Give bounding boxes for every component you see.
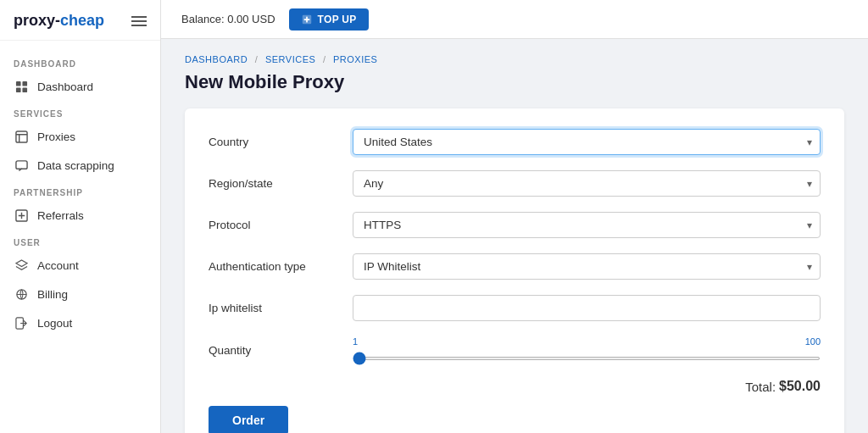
- globe-icon: [14, 286, 29, 302]
- total-amount: $50.00: [779, 379, 821, 394]
- protocol-select[interactable]: HTTPS HTTP SOCKS5: [353, 212, 821, 238]
- breadcrumb-dashboard[interactable]: DASHBOARD: [185, 54, 248, 64]
- sidebar-section-dashboard: DASHBOARD: [0, 51, 160, 72]
- logo-accent: cheap: [60, 12, 104, 29]
- breadcrumb-sep1: /: [255, 54, 261, 64]
- svg-rect-0: [15, 80, 20, 86]
- sidebar-item-data-scraping-label: Data scrapping: [37, 159, 114, 172]
- sidebar-item-referrals-label: Referrals: [37, 209, 84, 222]
- form-card: Country United States United Kingdom Ger…: [185, 108, 844, 433]
- breadcrumb-sep2: /: [323, 54, 329, 64]
- layers-icon: [14, 258, 29, 273]
- sidebar-nav: DASHBOARD Dashboard SERVICES Proxies Dat…: [0, 41, 160, 347]
- hamburger-menu[interactable]: [131, 16, 147, 26]
- chat-icon: [14, 158, 29, 173]
- sidebar-item-logout[interactable]: Logout: [0, 308, 160, 337]
- page-title: New Mobile Proxy: [185, 71, 844, 93]
- sidebar-item-data-scraping[interactable]: Data scrapping: [0, 151, 160, 180]
- svg-rect-4: [15, 130, 26, 142]
- region-select[interactable]: Any California New York Texas: [353, 170, 821, 197]
- sidebar-item-account[interactable]: Account: [0, 251, 160, 280]
- topbar: Balance: 0.00 USD TOP UP: [161, 0, 868, 39]
- quantity-label: Quantity: [209, 344, 353, 357]
- ip-whitelist-input[interactable]: [353, 295, 821, 321]
- total-label: Total:: [745, 380, 776, 394]
- ip-whitelist-label: Ip whitelist: [209, 302, 353, 314]
- box-icon: [14, 129, 29, 144]
- slider-max-label: 100: [805, 336, 821, 347]
- logo-text: proxy-cheap: [14, 12, 104, 30]
- sidebar-item-proxies-label: Proxies: [37, 130, 75, 143]
- sidebar-item-billing[interactable]: Billing: [0, 280, 160, 308]
- protocol-select-wrap: HTTPS HTTP SOCKS5 ▾: [353, 212, 821, 238]
- order-button[interactable]: Order: [209, 406, 288, 433]
- main-content: Balance: 0.00 USD TOP UP DASHBOARD / SER…: [161, 0, 868, 433]
- svg-rect-1: [22, 80, 27, 86]
- ip-whitelist-row: Ip whitelist: [209, 295, 821, 321]
- svg-rect-3: [22, 87, 27, 92]
- balance-display: Balance: 0.00 USD: [181, 13, 275, 25]
- sidebar-item-logout-label: Logout: [37, 317, 72, 330]
- topup-icon: [301, 14, 313, 25]
- breadcrumb: DASHBOARD / SERVICES / PROXIES: [185, 54, 844, 64]
- breadcrumb-proxies[interactable]: PROXIES: [333, 54, 377, 64]
- sidebar-item-proxies[interactable]: Proxies: [0, 122, 160, 151]
- protocol-label: Protocol: [209, 219, 353, 231]
- protocol-row: Protocol HTTPS HTTP SOCKS5 ▾: [209, 212, 821, 238]
- quantity-row: Quantity 1 100: [209, 336, 821, 364]
- topup-label: TOP UP: [318, 14, 357, 25]
- country-select[interactable]: United States United Kingdom Germany Fra…: [353, 129, 821, 155]
- logo-area: proxy-cheap: [0, 0, 160, 41]
- sidebar-section-user: USER: [0, 230, 160, 251]
- logout-icon: [14, 315, 29, 330]
- svg-rect-2: [15, 87, 20, 92]
- sidebar-item-referrals[interactable]: Referrals: [0, 201, 160, 230]
- region-label: Region/state: [209, 177, 353, 190]
- region-row: Region/state Any California New York Tex…: [209, 170, 821, 197]
- page-body: DASHBOARD / SERVICES / PROXIES New Mobil…: [161, 39, 868, 433]
- sidebar: proxy-cheap DASHBOARD Dashboard SERVICES…: [0, 0, 161, 433]
- auth-select-wrap: IP Whitelist Username/Password ▾: [353, 253, 821, 280]
- auth-label: Authentication type: [209, 260, 353, 273]
- country-label: Country: [209, 136, 353, 148]
- quantity-slider-wrap: 1 100: [353, 336, 821, 364]
- breadcrumb-services[interactable]: SERVICES: [265, 54, 315, 64]
- sidebar-item-account-label: Account: [37, 259, 79, 272]
- topup-button[interactable]: TOP UP: [289, 8, 369, 31]
- slider-min-label: 1: [353, 336, 358, 347]
- region-select-wrap: Any California New York Texas ▾: [353, 170, 821, 197]
- sidebar-item-dashboard-label: Dashboard: [37, 80, 93, 93]
- sidebar-item-dashboard[interactable]: Dashboard: [0, 72, 160, 101]
- slider-labels: 1 100: [353, 336, 821, 347]
- sidebar-item-billing-label: Billing: [37, 288, 68, 301]
- referrals-icon: [14, 208, 29, 223]
- auth-row: Authentication type IP Whitelist Usernam…: [209, 253, 821, 280]
- quantity-slider[interactable]: [353, 357, 821, 360]
- sidebar-section-services: SERVICES: [0, 101, 160, 122]
- svg-rect-5: [15, 160, 26, 168]
- country-select-wrap: United States United Kingdom Germany Fra…: [353, 129, 821, 155]
- grid-icon: [14, 79, 29, 94]
- auth-select[interactable]: IP Whitelist Username/Password: [353, 253, 821, 280]
- sidebar-section-partnership: PARTNERSHIP: [0, 180, 160, 201]
- total-row: Total: $50.00: [209, 379, 821, 394]
- country-row: Country United States United Kingdom Ger…: [209, 129, 821, 155]
